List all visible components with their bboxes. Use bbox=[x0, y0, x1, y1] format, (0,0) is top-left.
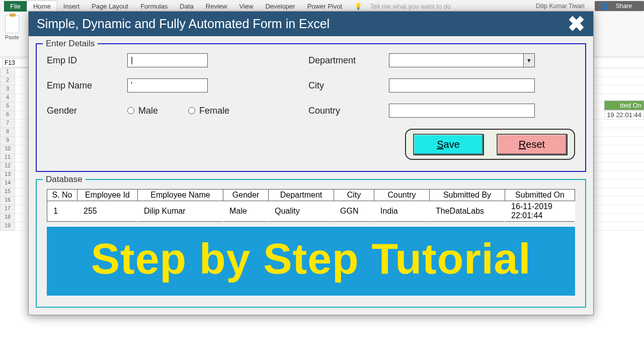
button-group: Save Reset bbox=[405, 129, 575, 160]
tab-file[interactable]: File bbox=[4, 1, 27, 12]
tab-home[interactable]: Home bbox=[27, 1, 57, 12]
radio-icon bbox=[188, 107, 195, 114]
row-header[interactable]: 5 bbox=[0, 103, 15, 111]
label-empname: Emp Name bbox=[47, 80, 127, 91]
database-legend: Database bbox=[43, 174, 86, 185]
clipboard-icon bbox=[5, 15, 19, 33]
tellme[interactable]: Tell me what you want to do bbox=[364, 1, 457, 12]
tab-review[interactable]: Review bbox=[200, 1, 233, 12]
enter-details-frame: Enter Details Emp ID Department ▼ Emp Na… bbox=[36, 43, 586, 172]
row-header[interactable]: 14 bbox=[0, 179, 15, 188]
label-city: City bbox=[308, 80, 389, 91]
chevron-down-icon[interactable]: ▼ bbox=[523, 54, 534, 67]
tab-view[interactable]: View bbox=[233, 1, 259, 12]
radio-female[interactable]: Female bbox=[188, 106, 229, 116]
radio-male[interactable]: Male bbox=[127, 106, 158, 116]
tutorial-banner: Step by Step Tutorial bbox=[47, 227, 575, 296]
background-column-peek: tted On 19 22:01:44 bbox=[604, 101, 644, 120]
dialog-titlebar: Simple, Dynamic and Fully Automated Form… bbox=[29, 12, 593, 36]
ribbon-tabs: File Home Insert Page Layout Formulas Da… bbox=[0, 0, 644, 12]
row-header[interactable]: 3 bbox=[0, 85, 15, 94]
row-header[interactable]: 12 bbox=[0, 162, 15, 171]
row-header[interactable]: 15 bbox=[0, 188, 15, 197]
enter-details-legend: Enter Details bbox=[43, 39, 98, 49]
table-header-row: S. No Employee Id Employee Name Gender D… bbox=[47, 190, 575, 201]
database-table: S. No Employee Id Employee Name Gender D… bbox=[47, 189, 575, 222]
tab-page-layout[interactable]: Page Layout bbox=[86, 1, 134, 12]
label-country: Country bbox=[308, 106, 389, 116]
database-frame: Database S. No Employee Id Employee Name… bbox=[36, 179, 586, 308]
row-header[interactable]: 9 bbox=[0, 137, 15, 145]
user-name: Dilip Kumar Tiwari bbox=[530, 1, 591, 11]
userform-dialog: Simple, Dynamic and Fully Automated Form… bbox=[28, 11, 594, 315]
close-icon[interactable]: ✖ bbox=[568, 19, 585, 29]
row-header[interactable]: 13 bbox=[0, 171, 15, 179]
row-header[interactable]: 6 bbox=[0, 111, 15, 120]
row-header[interactable]: 7 bbox=[0, 120, 15, 128]
department-combobox[interactable]: ▼ bbox=[389, 53, 535, 67]
reset-button[interactable]: Reset bbox=[497, 134, 567, 155]
row-header[interactable]: 18 bbox=[0, 214, 15, 222]
row-header[interactable]: 2 bbox=[0, 77, 15, 85]
save-button[interactable]: Save bbox=[413, 134, 484, 155]
row-header[interactable]: 10 bbox=[0, 145, 15, 154]
radio-icon bbox=[127, 107, 134, 114]
row-header[interactable]: 19 bbox=[0, 222, 15, 231]
empname-input[interactable] bbox=[127, 78, 208, 93]
dialog-title: Simple, Dynamic and Fully Automated Form… bbox=[37, 17, 330, 31]
row-header[interactable]: 16 bbox=[0, 197, 15, 205]
tab-developer[interactable]: Developer bbox=[259, 1, 301, 12]
paste-button[interactable]: Paste bbox=[5, 15, 19, 40]
row-header[interactable]: 11 bbox=[0, 154, 15, 162]
tab-data[interactable]: Data bbox=[174, 1, 199, 12]
label-empid: Emp ID bbox=[47, 55, 127, 66]
empid-input[interactable] bbox=[127, 53, 208, 67]
share-button[interactable]: 👤 Share bbox=[595, 1, 644, 11]
tab-power-pivot[interactable]: Power Pivot bbox=[301, 1, 348, 12]
row-header[interactable]: 8 bbox=[0, 128, 15, 137]
row-header[interactable]: 4 bbox=[0, 94, 15, 103]
tab-insert[interactable]: Insert bbox=[57, 1, 86, 12]
label-department: Department bbox=[308, 55, 389, 66]
label-gender: Gender bbox=[47, 106, 127, 116]
table-row[interactable]: 1 255 Dilip Kumar Male Quality GGN India… bbox=[47, 201, 575, 222]
tab-formulas[interactable]: Formulas bbox=[134, 1, 174, 12]
row-header[interactable]: 1 bbox=[0, 68, 15, 77]
country-input[interactable] bbox=[389, 104, 535, 118]
row-header[interactable]: 17 bbox=[0, 205, 15, 214]
city-input[interactable] bbox=[389, 78, 535, 93]
